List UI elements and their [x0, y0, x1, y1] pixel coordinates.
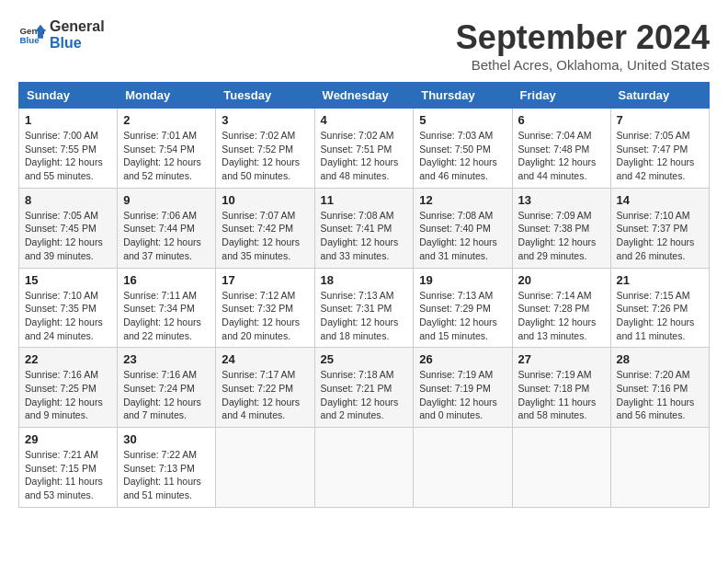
day-info: Sunrise: 7:11 AMSunset: 7:34 PMDaylight:… [123, 290, 201, 341]
day-info: Sunrise: 7:10 AMSunset: 7:37 PMDaylight:… [617, 210, 695, 261]
day-info: Sunrise: 7:18 AMSunset: 7:21 PMDaylight:… [321, 369, 399, 420]
day-number: 24 [222, 352, 308, 366]
calendar-cell [216, 428, 314, 508]
calendar-cell: 19 Sunrise: 7:13 AMSunset: 7:29 PMDaylig… [414, 268, 512, 348]
day-info: Sunrise: 7:16 AMSunset: 7:25 PMDaylight:… [25, 369, 103, 420]
day-info: Sunrise: 7:02 AMSunset: 7:52 PMDaylight:… [222, 130, 300, 181]
day-number: 20 [518, 273, 605, 287]
day-info: Sunrise: 7:08 AMSunset: 7:40 PMDaylight:… [419, 210, 497, 261]
calendar-cell: 28 Sunrise: 7:20 AMSunset: 7:16 PMDaylig… [610, 348, 709, 428]
day-number: 18 [321, 273, 408, 287]
day-number: 12 [419, 193, 506, 207]
day-number: 17 [222, 273, 308, 287]
day-info: Sunrise: 7:04 AMSunset: 7:48 PMDaylight:… [518, 130, 597, 181]
day-info: Sunrise: 7:17 AMSunset: 7:22 PMDaylight:… [222, 369, 300, 420]
day-info: Sunrise: 7:13 AMSunset: 7:29 PMDaylight:… [419, 290, 497, 341]
day-number: 29 [25, 432, 111, 446]
calendar-cell: 4 Sunrise: 7:02 AMSunset: 7:51 PMDayligh… [314, 109, 414, 189]
day-number: 8 [25, 193, 111, 207]
day-info: Sunrise: 7:08 AMSunset: 7:41 PMDaylight:… [321, 210, 399, 261]
calendar-cell [512, 428, 610, 508]
calendar-cell: 1 Sunrise: 7:00 AMSunset: 7:55 PMDayligh… [19, 109, 118, 189]
day-info: Sunrise: 7:00 AMSunset: 7:55 PMDaylight:… [25, 130, 103, 181]
calendar-cell: 6 Sunrise: 7:04 AMSunset: 7:48 PMDayligh… [512, 109, 610, 189]
day-number: 2 [123, 113, 210, 127]
calendar-header-sunday: Sunday [19, 83, 118, 109]
svg-text:Blue: Blue [20, 35, 40, 45]
day-number: 3 [222, 113, 308, 127]
day-info: Sunrise: 7:09 AMSunset: 7:38 PMDaylight:… [518, 210, 597, 261]
calendar-week-row: 8 Sunrise: 7:05 AMSunset: 7:45 PMDayligh… [19, 188, 710, 268]
day-number: 11 [321, 193, 408, 207]
day-number: 22 [25, 352, 111, 366]
day-info: Sunrise: 7:03 AMSunset: 7:50 PMDaylight:… [419, 130, 497, 181]
day-number: 4 [321, 113, 408, 127]
calendar-cell: 10 Sunrise: 7:07 AMSunset: 7:42 PMDaylig… [216, 188, 314, 268]
calendar-week-row: 1 Sunrise: 7:00 AMSunset: 7:55 PMDayligh… [19, 109, 710, 189]
day-info: Sunrise: 7:02 AMSunset: 7:51 PMDaylight:… [321, 130, 399, 181]
day-info: Sunrise: 7:13 AMSunset: 7:31 PMDaylight:… [321, 290, 399, 341]
calendar-week-row: 22 Sunrise: 7:16 AMSunset: 7:25 PMDaylig… [19, 348, 710, 428]
calendar-table: SundayMondayTuesdayWednesdayThursdayFrid… [18, 82, 710, 508]
calendar-header-row: SundayMondayTuesdayWednesdayThursdayFrid… [19, 83, 710, 109]
calendar-cell: 22 Sunrise: 7:16 AMSunset: 7:25 PMDaylig… [19, 348, 118, 428]
month-title: September 2024 [456, 18, 710, 57]
calendar-cell: 13 Sunrise: 7:09 AMSunset: 7:38 PMDaylig… [512, 188, 610, 268]
calendar-cell: 30 Sunrise: 7:22 AMSunset: 7:13 PMDaylig… [118, 428, 216, 508]
calendar-cell: 24 Sunrise: 7:17 AMSunset: 7:22 PMDaylig… [216, 348, 314, 428]
calendar-cell: 26 Sunrise: 7:19 AMSunset: 7:19 PMDaylig… [414, 348, 512, 428]
calendar-cell: 5 Sunrise: 7:03 AMSunset: 7:50 PMDayligh… [414, 109, 512, 189]
calendar-cell: 25 Sunrise: 7:18 AMSunset: 7:21 PMDaylig… [314, 348, 414, 428]
day-number: 5 [419, 113, 506, 127]
day-info: Sunrise: 7:07 AMSunset: 7:42 PMDaylight:… [222, 210, 300, 261]
calendar-header-saturday: Saturday [610, 83, 709, 109]
day-info: Sunrise: 7:14 AMSunset: 7:28 PMDaylight:… [518, 290, 597, 341]
day-info: Sunrise: 7:16 AMSunset: 7:24 PMDaylight:… [123, 369, 201, 420]
calendar-cell: 14 Sunrise: 7:10 AMSunset: 7:37 PMDaylig… [610, 188, 709, 268]
calendar-header-wednesday: Wednesday [314, 83, 414, 109]
day-number: 23 [123, 352, 210, 366]
day-info: Sunrise: 7:20 AMSunset: 7:16 PMDaylight:… [617, 369, 695, 420]
calendar-cell: 16 Sunrise: 7:11 AMSunset: 7:34 PMDaylig… [118, 268, 216, 348]
day-number: 1 [25, 113, 111, 127]
logo-icon: General Blue [18, 21, 46, 49]
calendar-header-monday: Monday [118, 83, 216, 109]
day-number: 14 [617, 193, 703, 207]
calendar-cell: 2 Sunrise: 7:01 AMSunset: 7:54 PMDayligh… [118, 109, 216, 189]
day-number: 7 [617, 113, 703, 127]
calendar-cell: 7 Sunrise: 7:05 AMSunset: 7:47 PMDayligh… [610, 109, 709, 189]
calendar-week-row: 29 Sunrise: 7:21 AMSunset: 7:15 PMDaylig… [19, 428, 710, 508]
day-number: 16 [123, 273, 210, 287]
day-number: 28 [617, 352, 703, 366]
day-number: 27 [518, 352, 605, 366]
location-title: Bethel Acres, Oklahoma, United States [456, 57, 710, 73]
day-info: Sunrise: 7:12 AMSunset: 7:32 PMDaylight:… [222, 290, 300, 341]
calendar-header-thursday: Thursday [414, 83, 512, 109]
day-info: Sunrise: 7:01 AMSunset: 7:54 PMDaylight:… [123, 130, 201, 181]
day-number: 13 [518, 193, 605, 207]
day-number: 19 [419, 273, 506, 287]
day-info: Sunrise: 7:21 AMSunset: 7:15 PMDaylight:… [25, 449, 103, 500]
day-number: 26 [419, 352, 506, 366]
calendar-header-friday: Friday [512, 83, 610, 109]
day-number: 6 [518, 113, 605, 127]
calendar-cell: 11 Sunrise: 7:08 AMSunset: 7:41 PMDaylig… [314, 188, 414, 268]
calendar-cell [314, 428, 414, 508]
calendar-cell: 21 Sunrise: 7:15 AMSunset: 7:26 PMDaylig… [610, 268, 709, 348]
day-info: Sunrise: 7:05 AMSunset: 7:45 PMDaylight:… [25, 210, 103, 261]
logo: General Blue General Blue [18, 18, 105, 51]
calendar-cell: 3 Sunrise: 7:02 AMSunset: 7:52 PMDayligh… [216, 109, 314, 189]
calendar-week-row: 15 Sunrise: 7:10 AMSunset: 7:35 PMDaylig… [19, 268, 710, 348]
calendar-cell: 27 Sunrise: 7:19 AMSunset: 7:18 PMDaylig… [512, 348, 610, 428]
calendar-cell: 12 Sunrise: 7:08 AMSunset: 7:40 PMDaylig… [414, 188, 512, 268]
calendar-cell: 17 Sunrise: 7:12 AMSunset: 7:32 PMDaylig… [216, 268, 314, 348]
day-info: Sunrise: 7:19 AMSunset: 7:19 PMDaylight:… [419, 369, 497, 420]
day-number: 25 [321, 352, 408, 366]
day-info: Sunrise: 7:22 AMSunset: 7:13 PMDaylight:… [123, 449, 201, 500]
calendar-cell [414, 428, 512, 508]
calendar-cell: 8 Sunrise: 7:05 AMSunset: 7:45 PMDayligh… [19, 188, 118, 268]
day-info: Sunrise: 7:10 AMSunset: 7:35 PMDaylight:… [25, 290, 103, 341]
calendar-cell: 20 Sunrise: 7:14 AMSunset: 7:28 PMDaylig… [512, 268, 610, 348]
calendar-header-tuesday: Tuesday [216, 83, 314, 109]
day-info: Sunrise: 7:15 AMSunset: 7:26 PMDaylight:… [617, 290, 695, 341]
